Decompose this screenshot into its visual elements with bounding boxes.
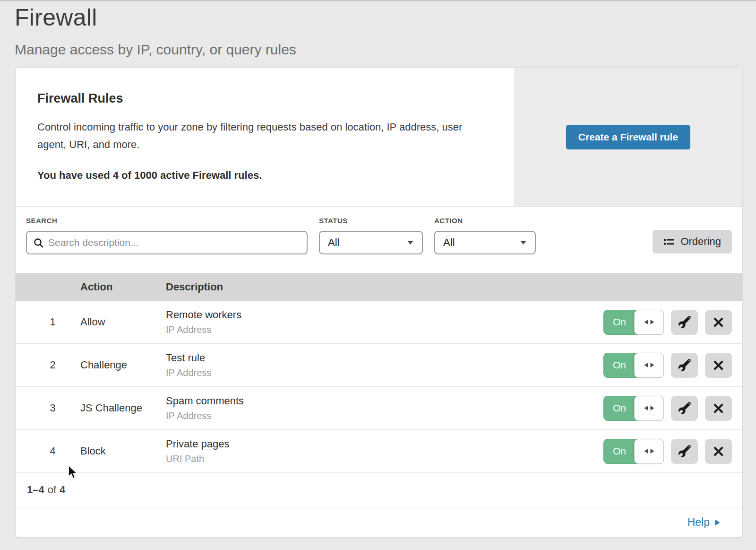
toggle-handle[interactable] (634, 310, 664, 335)
rule-action: JS Challenge (80, 402, 166, 414)
list-icon (663, 237, 674, 246)
column-header-action: Action (80, 281, 166, 293)
edit-rule-button[interactable] (671, 353, 698, 378)
firewall-rules-card: Firewall Rules Control incoming traffic … (16, 68, 742, 537)
delete-rule-button[interactable] (705, 310, 732, 335)
chevron-down-icon (407, 240, 414, 245)
pagination: 1–4 of 4 (16, 473, 742, 507)
page-header: Firewall Manage access by IP, country, o… (15, 4, 296, 58)
rule-description-cell: Spam comments IP Address (166, 395, 603, 421)
status-label: STATUS (319, 217, 423, 225)
toggle-handle[interactable] (634, 439, 664, 464)
rule-match-type: IP Address (166, 367, 603, 378)
rule-enabled-toggle[interactable]: On (603, 439, 664, 464)
close-icon (713, 403, 724, 414)
toggle-handle[interactable] (634, 396, 664, 421)
status-filter-group: STATUS All (319, 217, 423, 273)
rule-match-type: URI Path (166, 454, 603, 464)
delete-rule-button[interactable] (705, 439, 732, 464)
card-footer: Help (16, 507, 742, 537)
search-input[interactable] (48, 237, 301, 248)
search-label: SEARCH (26, 217, 308, 225)
rule-controls: On (603, 439, 742, 464)
action-label: ACTION (434, 217, 536, 225)
rule-enabled-toggle[interactable]: On (603, 353, 664, 378)
edit-rule-button[interactable] (671, 396, 698, 421)
table-row: 4 Block Private pages URI Path On (16, 430, 742, 473)
close-icon (713, 317, 724, 328)
column-header-description: Description (166, 281, 742, 293)
left-right-arrows-icon (643, 405, 655, 411)
card-header: Firewall Rules Control incoming traffic … (16, 68, 742, 207)
edit-rule-button[interactable] (671, 439, 698, 464)
rule-description-cell: Remote workers IP Address (166, 309, 603, 335)
pagination-range: 1–4 (27, 484, 44, 496)
rule-description: Remote workers (166, 309, 603, 321)
chevron-down-icon (520, 240, 527, 245)
edit-rule-button[interactable] (671, 310, 698, 335)
search-filter-group: SEARCH (26, 217, 308, 273)
left-right-arrows-icon (643, 319, 655, 325)
create-firewall-rule-button[interactable]: Create a Firewall rule (566, 125, 690, 149)
table-row: 2 Challenge Test rule IP Address On (16, 344, 742, 387)
rule-priority: 4 (16, 445, 80, 457)
page-subtitle: Manage access by IP, country, or query r… (15, 42, 296, 58)
triangle-right-icon (714, 519, 721, 526)
card-header-text: Firewall Rules Control incoming traffic … (16, 68, 514, 206)
usage-summary: You have used 4 of 1000 active Firewall … (37, 169, 491, 182)
filter-bar: SEARCH STATUS All ACTION All (16, 207, 742, 273)
action-selected-value: All (443, 236, 455, 249)
pagination-total: 4 (60, 484, 65, 496)
table-row: 1 Allow Remote workers IP Address On (16, 301, 742, 344)
pagination-of: of (48, 484, 56, 496)
action-filter-group: ACTION All (434, 217, 536, 273)
left-right-arrows-icon (643, 362, 655, 368)
page-title: Firewall (15, 4, 296, 31)
close-icon (713, 360, 724, 371)
delete-rule-button[interactable] (705, 353, 732, 378)
rule-match-type: IP Address (166, 410, 603, 421)
status-select[interactable]: All (319, 231, 423, 254)
ordering-button[interactable]: Ordering (653, 230, 732, 253)
ordering-button-label: Ordering (680, 236, 721, 248)
card-description: Control incoming traffic to your zone by… (37, 118, 484, 153)
close-icon (713, 446, 724, 457)
card-header-panel: Create a Firewall rule (514, 68, 742, 206)
status-selected-value: All (328, 236, 339, 249)
delete-rule-button[interactable] (705, 396, 732, 421)
rule-description: Private pages (166, 438, 603, 450)
rule-action: Block (80, 445, 166, 457)
rule-description-cell: Private pages URI Path (166, 438, 603, 464)
rule-enabled-toggle[interactable]: On (603, 396, 664, 421)
left-right-arrows-icon (643, 448, 655, 454)
rule-controls: On (603, 353, 742, 378)
search-box[interactable] (26, 231, 308, 254)
wrench-icon (679, 316, 691, 328)
rule-priority: 3 (16, 402, 80, 414)
rule-priority: 1 (16, 316, 80, 328)
rule-enabled-toggle[interactable]: On (603, 310, 664, 335)
rule-description-cell: Test rule IP Address (166, 352, 603, 378)
wrench-icon (679, 445, 691, 457)
rule-controls: On (603, 396, 742, 421)
action-select[interactable]: All (434, 231, 536, 254)
help-link-label: Help (687, 516, 710, 529)
rule-match-type: IP Address (166, 324, 603, 335)
window-top-edge (0, 0, 756, 1)
rule-action: Allow (80, 316, 166, 328)
table-row: 3 JS Challenge Spam comments IP Address … (16, 387, 742, 430)
help-link[interactable]: Help (687, 516, 721, 529)
wrench-icon (679, 402, 691, 414)
rule-description: Test rule (166, 352, 603, 364)
wrench-icon (679, 359, 691, 371)
rule-controls: On (603, 310, 742, 335)
rule-action: Challenge (80, 359, 166, 371)
toggle-handle[interactable] (634, 353, 664, 378)
rule-priority: 2 (16, 359, 80, 371)
rule-description: Spam comments (166, 395, 603, 407)
search-icon (33, 237, 44, 248)
table-header: Action Description (16, 273, 742, 301)
card-title: Firewall Rules (37, 91, 491, 106)
